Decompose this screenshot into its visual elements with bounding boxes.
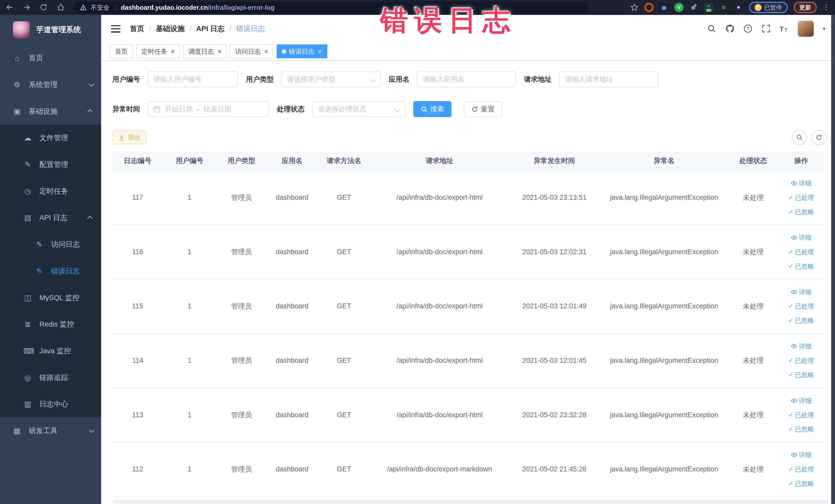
user-avatar[interactable] bbox=[798, 21, 814, 37]
app-name-input[interactable] bbox=[417, 72, 516, 87]
sidebar-item-access-log[interactable]: ✎访问日志 bbox=[0, 231, 101, 258]
mark-processed-link[interactable]: ✓已处理 bbox=[788, 193, 814, 202]
sidebar-item-api-log[interactable]: ▤API 日志 bbox=[0, 205, 101, 231]
eye-icon bbox=[791, 451, 797, 458]
close-icon[interactable]: × bbox=[218, 48, 222, 55]
mark-ignored-link[interactable]: ✓已忽略 bbox=[788, 479, 814, 488]
hamburger-icon[interactable] bbox=[111, 25, 120, 33]
detail-link[interactable]: 详细 bbox=[791, 288, 812, 296]
sidebar-item-redis-monitor[interactable]: ≣Redis 监控 bbox=[0, 311, 101, 338]
breadcrumb-item-2[interactable]: API 日志 bbox=[196, 24, 224, 34]
tab-error-log[interactable]: 错误日志× bbox=[277, 44, 327, 58]
sidebar-item-home[interactable]: ⌂首页 bbox=[0, 45, 101, 72]
forward-icon[interactable] bbox=[22, 3, 31, 12]
process-status-select[interactable]: 请选择处理状态 bbox=[312, 101, 405, 117]
user-type-label: 用户类型 bbox=[246, 75, 273, 84]
help-icon[interactable]: ? bbox=[744, 24, 752, 33]
breadcrumb-item-0[interactable]: 首页 bbox=[130, 24, 144, 34]
close-icon[interactable]: × bbox=[171, 48, 175, 55]
detail-link[interactable]: 详细 bbox=[791, 342, 812, 350]
user-type-select[interactable]: 请选择用户类型 bbox=[281, 72, 381, 87]
extension-icon-orange[interactable] bbox=[645, 3, 653, 12]
sidebar-item-scheduled-jobs[interactable]: ◷定时任务 bbox=[0, 178, 101, 205]
date-separator: - bbox=[197, 105, 199, 113]
sidebar-item-mysql-monitor[interactable]: ◫MySQL 监控 bbox=[0, 284, 101, 311]
tab-schedule-log[interactable]: 调度日志× bbox=[183, 44, 227, 58]
sidebar-item-system-management[interactable]: ⚙系统管理 bbox=[0, 72, 101, 98]
sidebar-item-label: Redis 监控 bbox=[40, 319, 74, 329]
browser-menu-dots-icon[interactable]: ⋮ bbox=[823, 3, 830, 12]
check-icon: ✓ bbox=[788, 426, 793, 432]
detail-link[interactable]: 详细 bbox=[791, 397, 812, 405]
refresh-table-button[interactable] bbox=[812, 130, 827, 145]
tab-home[interactable]: 首页 bbox=[109, 44, 133, 58]
reload-icon[interactable] bbox=[39, 3, 48, 12]
fullscreen-icon[interactable] bbox=[761, 24, 771, 33]
extension-icon-on-badge[interactable]: ≡on bbox=[704, 3, 713, 12]
extension-icon-grid[interactable]: ▦ bbox=[689, 3, 698, 12]
address-bar[interactable]: 不安全 | dashboard.yudao.iocoder.cn/infra/l… bbox=[74, 2, 589, 13]
extension-icon-green-leaf[interactable]: ✿ bbox=[719, 3, 728, 12]
mark-ignored-link[interactable]: ✓已忽略 bbox=[788, 425, 814, 434]
mark-processed-link[interactable]: ✓已处理 bbox=[788, 465, 814, 473]
sidebar-item-error-log[interactable]: ✎错误日志 bbox=[0, 258, 101, 284]
sidebar-item-infrastructure[interactable]: ▣基础设施 bbox=[0, 98, 101, 125]
exception-time-range-picker[interactable]: 开始日期 - 结束日期 bbox=[148, 101, 269, 117]
download-icon bbox=[118, 134, 125, 141]
tab-scheduled-jobs[interactable]: 定时任务× bbox=[136, 44, 180, 58]
font-size-icon[interactable]: TT bbox=[779, 24, 789, 33]
mark-ignored-link[interactable]: ✓已忽略 bbox=[788, 208, 814, 216]
browser-update-button[interactable]: 更新 bbox=[794, 2, 817, 13]
pagination-edge bbox=[113, 500, 829, 504]
sidebar-item-log-center[interactable]: ▥日志中心 bbox=[0, 391, 101, 418]
close-icon[interactable]: × bbox=[318, 48, 322, 55]
profile-paused-badge[interactable]: 已暂停 bbox=[749, 2, 788, 13]
detail-link[interactable]: 详细 bbox=[791, 234, 812, 242]
action-label: 详细 bbox=[799, 342, 812, 350]
sidebar-item-file-management[interactable]: ☁文件管理 bbox=[0, 124, 101, 151]
tab-label: 访问日志 bbox=[235, 47, 261, 56]
avatar-caret-down-icon[interactable]: ▾ bbox=[823, 26, 825, 32]
sidebar-item-trace[interactable]: ◎链路追踪 bbox=[0, 364, 101, 391]
sidebar-item-label: MySQL 监控 bbox=[40, 293, 80, 303]
bookmark-star-icon[interactable] bbox=[630, 3, 639, 12]
user-id-input[interactable] bbox=[148, 72, 238, 87]
toggle-search-button[interactable] bbox=[792, 130, 807, 145]
action-label: 详细 bbox=[799, 288, 812, 296]
mark-processed-link[interactable]: ✓已处理 bbox=[788, 302, 814, 310]
security-warning-icon[interactable] bbox=[80, 4, 87, 11]
search-button[interactable]: 搜索 bbox=[413, 101, 451, 117]
breadcrumb-item-1[interactable]: 基础设施 bbox=[156, 24, 185, 34]
sidebar-item-label: 配置管理 bbox=[40, 160, 68, 169]
github-icon[interactable] bbox=[726, 24, 734, 33]
extension-icon-white-star[interactable]: ★ bbox=[734, 3, 743, 12]
cell-url: /api/infra/db-doc/export-html bbox=[371, 334, 509, 388]
app-logo[interactable]: 芋道管理系统 bbox=[0, 15, 101, 45]
page-scrollbar[interactable] bbox=[831, 15, 835, 504]
detail-link[interactable]: 详细 bbox=[791, 179, 812, 187]
extension-icon-blue-shield[interactable]: ◆ bbox=[659, 3, 668, 12]
request-url-input[interactable] bbox=[559, 72, 658, 87]
mark-processed-link[interactable]: ✓已处理 bbox=[788, 248, 814, 256]
cell-log-id: 115 bbox=[113, 279, 163, 334]
tab-access-log[interactable]: 访问日志× bbox=[230, 44, 273, 58]
back-icon[interactable] bbox=[5, 3, 14, 12]
mark-ignored-link[interactable]: ✓已忽略 bbox=[788, 371, 814, 379]
search-icon[interactable] bbox=[707, 24, 716, 33]
extension-icon-green-v[interactable]: V bbox=[674, 3, 683, 12]
mark-processed-link[interactable]: ✓已处理 bbox=[788, 356, 814, 365]
mark-ignored-link[interactable]: ✓已忽略 bbox=[788, 316, 814, 325]
sidebar-item-config-management[interactable]: ✎配置管理 bbox=[0, 151, 101, 178]
mark-ignored-link[interactable]: ✓已忽略 bbox=[788, 262, 814, 270]
infra-icon: ▣ bbox=[13, 107, 21, 116]
sidebar-item-dev-tools[interactable]: ▦研发工具 bbox=[0, 418, 101, 444]
close-icon[interactable]: × bbox=[264, 48, 268, 55]
browser-actions: ◆ V ▦ ≡on ✿ ★ 已暂停 更新 ⋮ bbox=[630, 2, 830, 13]
cell-user-type: 管理员 bbox=[216, 279, 267, 334]
export-button[interactable]: 导出 bbox=[113, 130, 147, 144]
mark-processed-link[interactable]: ✓已处理 bbox=[788, 411, 814, 419]
sidebar-item-java-monitor[interactable]: ⌨Java 监控 bbox=[0, 338, 101, 364]
reset-button[interactable]: 重置 bbox=[464, 101, 502, 117]
detail-link[interactable]: 详细 bbox=[791, 450, 812, 459]
browser-home-icon[interactable] bbox=[57, 3, 65, 12]
